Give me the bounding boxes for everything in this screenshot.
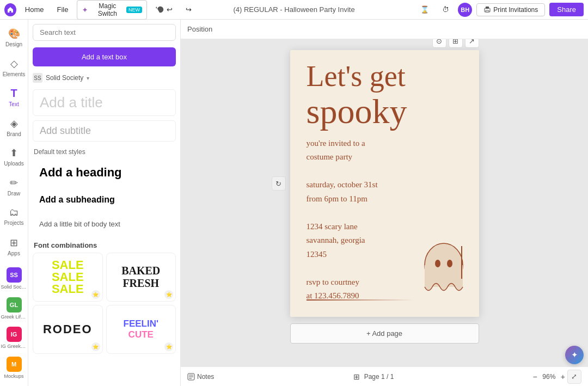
sidebar-brand-label: Brand — [7, 131, 21, 137]
apps-icon: ⊞ — [10, 237, 18, 249]
home-nav-button[interactable]: Home — [21, 3, 48, 16]
provider-dot: SS — [33, 73, 42, 83]
bottom-bar: Notes ⊞ Page 1 / 1 − 96% + ⤢ — [181, 366, 588, 386]
subheading-preset[interactable]: Add a subheading — [33, 189, 176, 210]
default-styles-label: Default text styles — [28, 144, 180, 158]
zoom-in-button[interactable]: + — [561, 372, 565, 381]
sidebar-item-text[interactable]: T Text — [2, 84, 26, 112]
zoom-level: 96% — [540, 373, 559, 381]
sidebar-item-brand[interactable]: ◈ Brand — [2, 113, 26, 141]
zoom-controls: − 96% + ⤢ — [533, 370, 581, 384]
undo-button[interactable]: ↩ — [151, 3, 177, 16]
topbar-center: (4) REGULAR - Halloween Party Invite — [198, 5, 390, 14]
pro-badge-4: ⭐ — [164, 342, 173, 351]
pro-badge-1: ⭐ — [91, 290, 100, 299]
title-line1: Let's get — [307, 61, 463, 92]
greek-life-icon: GL — [7, 297, 22, 313]
sidebar-item-apps[interactable]: ⊞ Apps — [2, 232, 26, 260]
solid-society-icon: SS — [7, 267, 22, 283]
topbar-left: Home File Magic Switch NEW ↩ ↪ — [4, 0, 196, 20]
sidebar-elements-label: Elements — [3, 71, 26, 77]
home-button[interactable] — [4, 3, 16, 16]
title-preset[interactable]: Add a title — [33, 89, 176, 116]
add-text-box-button[interactable]: Add a text box — [33, 47, 176, 66]
sidebar-item-design[interactable]: 🎨 Design — [2, 24, 26, 52]
zoom-out-button[interactable]: − — [533, 372, 537, 381]
font-provider-row[interactable]: SS Solid Society ▾ — [28, 71, 180, 87]
solid-society-label: Solid Society — [1, 284, 27, 290]
sidebar-uploads-label: Uploads — [4, 161, 24, 167]
sidebar-item-solid-society-bottom[interactable]: SS Solid Society — [2, 265, 26, 292]
new-badge: NEW — [126, 7, 142, 13]
canvas-refresh-button[interactable]: ↻ — [272, 176, 286, 191]
share-button[interactable]: Share — [549, 3, 584, 16]
bottom-center: ⊞ Page 1 / 1 — [353, 372, 394, 381]
font-combo-baked[interactable]: BAKEDFRESH ⭐ — [106, 253, 176, 302]
sidebar-item-ig-greek[interactable]: IG IG Greek Lif... — [2, 324, 26, 352]
sale-combo-text: SALESALESALE — [52, 259, 84, 295]
uploads-icon: ⬆ — [10, 147, 18, 159]
invite-line2: costume party — [307, 150, 463, 164]
mockups-label: Mockups — [1, 373, 27, 379]
timer-button[interactable]: ⏱ — [438, 3, 454, 16]
bottom-line — [307, 299, 414, 301]
canvas-scroll[interactable]: ⊙ ⊞ ↗ ↻ Let's get — [181, 39, 588, 366]
share-label: Share — [557, 5, 576, 14]
search-input[interactable] — [33, 24, 176, 41]
file-button[interactable]: File — [52, 3, 72, 16]
baked-combo-text: BAKEDFRESH — [121, 265, 160, 290]
font-combo-rodeo[interactable]: RODEO ⭐ — [33, 305, 103, 354]
chevron-down-icon: ▾ — [87, 75, 89, 81]
canva-assistant-button[interactable]: ✦ — [565, 346, 584, 364]
title-line2: spooky — [307, 94, 463, 129]
topbar: Home File Magic Switch NEW ↩ ↪ (4) REGUL… — [0, 0, 588, 20]
heading-preset[interactable]: Add a heading — [33, 160, 176, 185]
topbar-right: ⌛ ⏱ BH Print Invitations Share — [392, 3, 584, 17]
sidebar-apps-label: Apps — [8, 250, 20, 256]
print-invitations-button[interactable]: Print Invitations — [476, 3, 545, 16]
design-icon: 🎨 — [8, 28, 20, 40]
greek-life-label: Greek Life P... — [1, 314, 27, 320]
notes-label: Notes — [197, 373, 214, 381]
text-panel: Add a text box SS Solid Society ▾ Add a … — [28, 20, 181, 386]
projects-icon: 🗂 — [9, 207, 19, 218]
position-label: Position — [187, 25, 212, 33]
subtitle-preset[interactable]: Add subtitle — [33, 120, 176, 142]
fit-to-screen-button[interactable]: ⤢ — [567, 370, 581, 384]
sidebar-item-greek-life[interactable]: GL Greek Life P... — [2, 295, 26, 322]
redo-button[interactable]: ↪ — [181, 3, 196, 16]
canvas-container: ⊙ ⊞ ↗ ↻ Let's get — [290, 50, 479, 317]
canvas-tool-grid[interactable]: ⊞ — [449, 39, 463, 48]
feelin-combo-text: FEELIN' CUTE — [124, 318, 159, 340]
design-canvas[interactable]: Let's get spooky you're invited to a cos… — [290, 50, 479, 317]
sidebar-item-uploads[interactable]: ⬆ Uploads — [2, 143, 26, 171]
main-area: 🎨 Design ◇ Elements T Text ◈ Brand ⬆ Upl… — [0, 20, 588, 386]
sidebar-projects-label: Projects — [4, 220, 23, 226]
font-combo-sale[interactable]: SALESALESALE ⭐ — [33, 253, 103, 302]
notes-button[interactable]: Notes — [187, 373, 214, 381]
home-label: Home — [25, 5, 44, 14]
sidebar-draw-label: Draw — [8, 191, 20, 197]
sidebar-item-elements[interactable]: ◇ Elements — [2, 54, 26, 82]
magic-switch-button[interactable]: Magic Switch NEW — [77, 0, 147, 20]
canvas-tool-share[interactable]: ↗ — [465, 39, 479, 48]
body-preset[interactable]: Add a little bit of body text — [33, 215, 176, 234]
draw-icon: ✏ — [10, 177, 18, 189]
svg-rect-2 — [486, 10, 489, 12]
show-all-pages-button[interactable]: ⊞ — [353, 372, 360, 381]
page-label: Page 1 / 1 — [364, 373, 394, 381]
rodeo-combo-text: RODEO — [43, 322, 93, 336]
canvas-tool-circle[interactable]: ⊙ — [432, 39, 446, 48]
sidebar-item-draw[interactable]: ✏ Draw — [2, 173, 26, 201]
pro-badge-2: ⭐ — [164, 290, 173, 299]
sidebar-item-projects[interactable]: 🗂 Projects — [2, 203, 26, 231]
sidebar-item-mockups[interactable]: M Mockups — [2, 354, 26, 382]
font-combo-feelin[interactable]: FEELIN' CUTE ⭐ — [106, 305, 176, 354]
add-page-button[interactable]: + Add page — [290, 323, 479, 344]
canvas-toolbar: ⊙ ⊞ ↗ — [432, 39, 479, 48]
position-bar: Position — [181, 20, 588, 39]
invite-line1: you're invited to a — [307, 137, 463, 151]
canvas-area: Position ⊙ ⊞ ↗ ↻ — [181, 20, 588, 386]
font-provider-label: Solid Society — [46, 74, 83, 82]
fit-view-button[interactable]: ⌛ — [416, 3, 433, 16]
